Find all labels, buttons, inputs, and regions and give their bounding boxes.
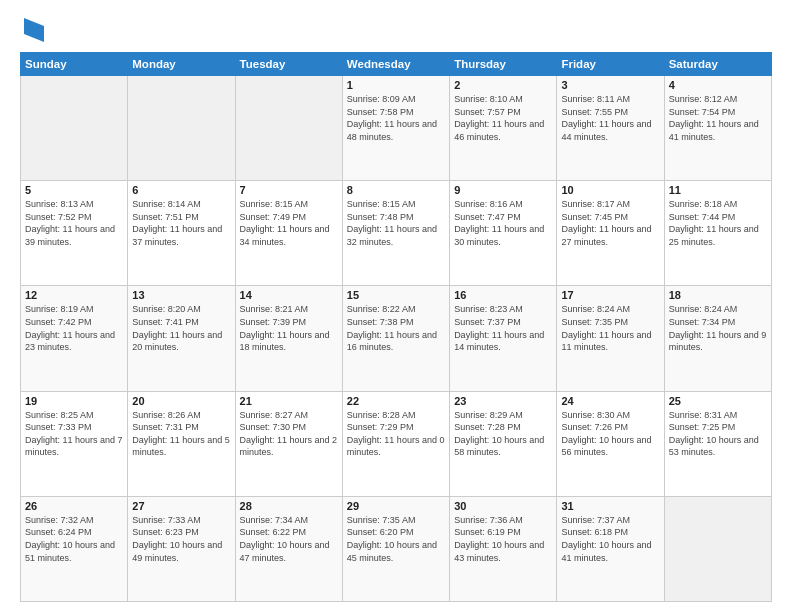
calendar-week-row: 12Sunrise: 8:19 AM Sunset: 7:42 PM Dayli… — [21, 286, 772, 391]
calendar-day-cell: 31Sunrise: 7:37 AM Sunset: 6:18 PM Dayli… — [557, 496, 664, 601]
day-info: Sunrise: 7:34 AM Sunset: 6:22 PM Dayligh… — [240, 514, 338, 564]
day-info: Sunrise: 8:25 AM Sunset: 7:33 PM Dayligh… — [25, 409, 123, 459]
calendar-day-cell: 4Sunrise: 8:12 AM Sunset: 7:54 PM Daylig… — [664, 76, 771, 181]
day-info: Sunrise: 8:15 AM Sunset: 7:48 PM Dayligh… — [347, 198, 445, 248]
day-number: 9 — [454, 184, 552, 196]
day-info: Sunrise: 8:10 AM Sunset: 7:57 PM Dayligh… — [454, 93, 552, 143]
calendar-day-cell: 13Sunrise: 8:20 AM Sunset: 7:41 PM Dayli… — [128, 286, 235, 391]
day-info: Sunrise: 8:11 AM Sunset: 7:55 PM Dayligh… — [561, 93, 659, 143]
day-number: 3 — [561, 79, 659, 91]
day-number: 22 — [347, 395, 445, 407]
weekday-header: Wednesday — [342, 53, 449, 76]
calendar-day-cell: 11Sunrise: 8:18 AM Sunset: 7:44 PM Dayli… — [664, 181, 771, 286]
day-number: 11 — [669, 184, 767, 196]
calendar-day-cell: 3Sunrise: 8:11 AM Sunset: 7:55 PM Daylig… — [557, 76, 664, 181]
day-info: Sunrise: 8:29 AM Sunset: 7:28 PM Dayligh… — [454, 409, 552, 459]
day-number: 14 — [240, 289, 338, 301]
calendar-day-cell: 14Sunrise: 8:21 AM Sunset: 7:39 PM Dayli… — [235, 286, 342, 391]
day-info: Sunrise: 8:23 AM Sunset: 7:37 PM Dayligh… — [454, 303, 552, 353]
calendar-day-cell: 23Sunrise: 8:29 AM Sunset: 7:28 PM Dayli… — [450, 391, 557, 496]
day-info: Sunrise: 7:33 AM Sunset: 6:23 PM Dayligh… — [132, 514, 230, 564]
calendar-table: SundayMondayTuesdayWednesdayThursdayFrid… — [20, 52, 772, 602]
day-info: Sunrise: 8:30 AM Sunset: 7:26 PM Dayligh… — [561, 409, 659, 459]
calendar-day-cell: 6Sunrise: 8:14 AM Sunset: 7:51 PM Daylig… — [128, 181, 235, 286]
calendar-day-cell: 12Sunrise: 8:19 AM Sunset: 7:42 PM Dayli… — [21, 286, 128, 391]
day-info: Sunrise: 8:20 AM Sunset: 7:41 PM Dayligh… — [132, 303, 230, 353]
calendar-day-cell: 30Sunrise: 7:36 AM Sunset: 6:19 PM Dayli… — [450, 496, 557, 601]
calendar-day-cell: 9Sunrise: 8:16 AM Sunset: 7:47 PM Daylig… — [450, 181, 557, 286]
calendar-day-cell: 28Sunrise: 7:34 AM Sunset: 6:22 PM Dayli… — [235, 496, 342, 601]
logo-icon — [24, 18, 44, 42]
day-info: Sunrise: 8:19 AM Sunset: 7:42 PM Dayligh… — [25, 303, 123, 353]
day-info: Sunrise: 8:22 AM Sunset: 7:38 PM Dayligh… — [347, 303, 445, 353]
day-number: 6 — [132, 184, 230, 196]
day-number: 16 — [454, 289, 552, 301]
day-info: Sunrise: 8:12 AM Sunset: 7:54 PM Dayligh… — [669, 93, 767, 143]
day-info: Sunrise: 8:26 AM Sunset: 7:31 PM Dayligh… — [132, 409, 230, 459]
day-number: 7 — [240, 184, 338, 196]
calendar-day-cell: 18Sunrise: 8:24 AM Sunset: 7:34 PM Dayli… — [664, 286, 771, 391]
weekday-header: Tuesday — [235, 53, 342, 76]
calendar-day-cell: 2Sunrise: 8:10 AM Sunset: 7:57 PM Daylig… — [450, 76, 557, 181]
calendar-day-cell: 7Sunrise: 8:15 AM Sunset: 7:49 PM Daylig… — [235, 181, 342, 286]
calendar-day-cell: 21Sunrise: 8:27 AM Sunset: 7:30 PM Dayli… — [235, 391, 342, 496]
calendar-day-cell: 25Sunrise: 8:31 AM Sunset: 7:25 PM Dayli… — [664, 391, 771, 496]
weekday-header: Monday — [128, 53, 235, 76]
day-info: Sunrise: 8:14 AM Sunset: 7:51 PM Dayligh… — [132, 198, 230, 248]
day-number: 17 — [561, 289, 659, 301]
header — [20, 18, 772, 42]
day-number: 31 — [561, 500, 659, 512]
weekday-row: SundayMondayTuesdayWednesdayThursdayFrid… — [21, 53, 772, 76]
day-info: Sunrise: 8:24 AM Sunset: 7:35 PM Dayligh… — [561, 303, 659, 353]
day-info: Sunrise: 7:36 AM Sunset: 6:19 PM Dayligh… — [454, 514, 552, 564]
calendar-day-cell: 15Sunrise: 8:22 AM Sunset: 7:38 PM Dayli… — [342, 286, 449, 391]
calendar-day-cell: 17Sunrise: 8:24 AM Sunset: 7:35 PM Dayli… — [557, 286, 664, 391]
day-number: 15 — [347, 289, 445, 301]
day-number: 8 — [347, 184, 445, 196]
day-number: 5 — [25, 184, 123, 196]
weekday-header: Sunday — [21, 53, 128, 76]
calendar-day-cell: 1Sunrise: 8:09 AM Sunset: 7:58 PM Daylig… — [342, 76, 449, 181]
day-number: 21 — [240, 395, 338, 407]
calendar-week-row: 19Sunrise: 8:25 AM Sunset: 7:33 PM Dayli… — [21, 391, 772, 496]
logo — [20, 18, 44, 42]
day-number: 18 — [669, 289, 767, 301]
calendar-day-cell: 20Sunrise: 8:26 AM Sunset: 7:31 PM Dayli… — [128, 391, 235, 496]
day-number: 1 — [347, 79, 445, 91]
day-number: 30 — [454, 500, 552, 512]
svg-marker-0 — [24, 18, 44, 42]
day-number: 2 — [454, 79, 552, 91]
day-info: Sunrise: 7:35 AM Sunset: 6:20 PM Dayligh… — [347, 514, 445, 564]
day-number: 28 — [240, 500, 338, 512]
day-number: 12 — [25, 289, 123, 301]
calendar-body: 1Sunrise: 8:09 AM Sunset: 7:58 PM Daylig… — [21, 76, 772, 602]
calendar-day-cell — [235, 76, 342, 181]
day-info: Sunrise: 8:16 AM Sunset: 7:47 PM Dayligh… — [454, 198, 552, 248]
calendar-day-cell: 27Sunrise: 7:33 AM Sunset: 6:23 PM Dayli… — [128, 496, 235, 601]
day-info: Sunrise: 8:09 AM Sunset: 7:58 PM Dayligh… — [347, 93, 445, 143]
day-number: 19 — [25, 395, 123, 407]
day-number: 25 — [669, 395, 767, 407]
day-info: Sunrise: 8:15 AM Sunset: 7:49 PM Dayligh… — [240, 198, 338, 248]
day-number: 13 — [132, 289, 230, 301]
calendar-day-cell: 16Sunrise: 8:23 AM Sunset: 7:37 PM Dayli… — [450, 286, 557, 391]
weekday-header: Saturday — [664, 53, 771, 76]
calendar-day-cell — [21, 76, 128, 181]
weekday-header: Friday — [557, 53, 664, 76]
day-info: Sunrise: 7:32 AM Sunset: 6:24 PM Dayligh… — [25, 514, 123, 564]
day-info: Sunrise: 8:28 AM Sunset: 7:29 PM Dayligh… — [347, 409, 445, 459]
day-number: 27 — [132, 500, 230, 512]
calendar-day-cell — [664, 496, 771, 601]
day-info: Sunrise: 8:24 AM Sunset: 7:34 PM Dayligh… — [669, 303, 767, 353]
day-info: Sunrise: 8:31 AM Sunset: 7:25 PM Dayligh… — [669, 409, 767, 459]
day-number: 20 — [132, 395, 230, 407]
day-info: Sunrise: 8:21 AM Sunset: 7:39 PM Dayligh… — [240, 303, 338, 353]
calendar-header: SundayMondayTuesdayWednesdayThursdayFrid… — [21, 53, 772, 76]
day-info: Sunrise: 8:27 AM Sunset: 7:30 PM Dayligh… — [240, 409, 338, 459]
day-number: 4 — [669, 79, 767, 91]
day-number: 26 — [25, 500, 123, 512]
calendar-day-cell — [128, 76, 235, 181]
calendar-day-cell: 29Sunrise: 7:35 AM Sunset: 6:20 PM Dayli… — [342, 496, 449, 601]
day-number: 10 — [561, 184, 659, 196]
day-info: Sunrise: 7:37 AM Sunset: 6:18 PM Dayligh… — [561, 514, 659, 564]
